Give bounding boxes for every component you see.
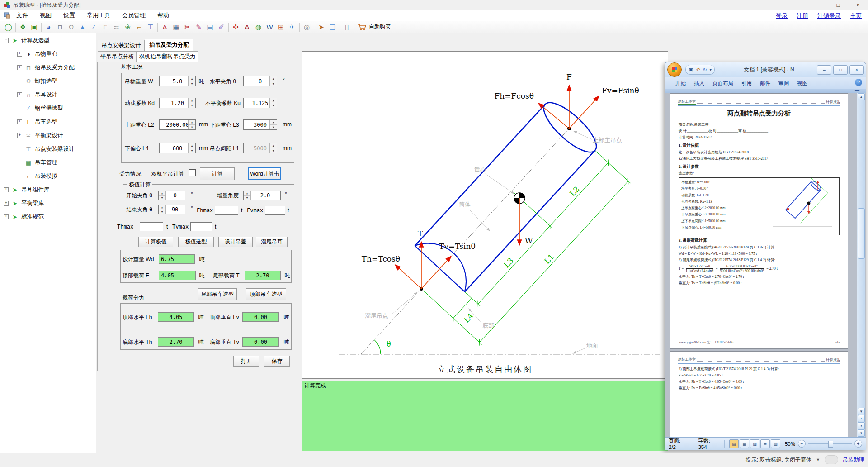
l4-spinner[interactable]: ▲▼ — [188, 143, 195, 153]
cg-calc-icon[interactable]: ◕ — [43, 22, 54, 33]
inc-angle-spinner[interactable]: ▲▼ — [244, 191, 251, 200]
shackle-icon[interactable]: Ω — [66, 22, 77, 33]
office-button[interactable] — [667, 62, 682, 77]
ellipse-tool-icon[interactable]: ◯ — [3, 22, 14, 33]
word-help-icon[interactable]: ? — [855, 79, 862, 86]
browse-object-icon[interactable]: ● — [858, 422, 865, 429]
scroll-down-icon[interactable]: ▼ — [858, 408, 865, 415]
calculate-button[interactable]: 计算 — [200, 167, 235, 180]
menu-help[interactable]: 帮助 — [151, 10, 175, 21]
top-crane-select-button[interactable]: 顶部吊车选型 — [246, 288, 286, 300]
expand-icon[interactable]: + — [4, 214, 9, 219]
start-angle-spinner[interactable]: ▲▼ — [159, 191, 166, 200]
ribbon-tab-pagelayout[interactable]: 页面布局 — [708, 78, 737, 89]
subtab-dual-crane-flip[interactable]: 双机抬吊翻转吊点受力 — [137, 51, 198, 62]
kd-field[interactable]: 1.20 ▲▼ — [159, 98, 196, 108]
expand-icon[interactable]: + — [4, 187, 9, 192]
sidebar-item-10[interactable]: ⌐吊装模拟 — [0, 169, 96, 183]
ribbon-tab-mailings[interactable]: 邮件 — [756, 78, 774, 89]
scrollbar-thumb[interactable] — [858, 208, 865, 259]
register-link[interactable]: 注册 — [797, 12, 808, 20]
open-button[interactable]: 打开 — [233, 356, 259, 367]
sidebar-item-1[interactable]: +◑吊物重心 — [0, 47, 96, 61]
warning-icon[interactable]: ◎ — [301, 22, 312, 33]
sim-crane-icon[interactable]: ⌐ — [133, 22, 145, 33]
expand-icon[interactable]: + — [17, 119, 22, 124]
doc-page-1[interactable]: 易起工作室 计算报告 两点翻转吊点受力分析 项目名称:吊装工程 设 计_____… — [670, 93, 848, 349]
ribbon-tab-review[interactable]: 审阅 — [774, 78, 793, 89]
notes-icon[interactable]: ▤ — [204, 22, 216, 33]
brush-icon[interactable]: ✎ — [193, 22, 204, 33]
word-word-count[interactable]: 字数: 354 — [698, 438, 720, 450]
sidebar-item-12[interactable]: +➤平衡梁库 — [0, 196, 96, 210]
login-link[interactable]: 登录 — [776, 12, 788, 20]
font-tool-icon[interactable]: A — [159, 22, 170, 33]
maximize-button[interactable]: □ — [828, 0, 848, 10]
view-print-layout-icon[interactable]: ▤ — [729, 439, 739, 448]
send-icon[interactable]: ✈ — [287, 22, 298, 33]
sidebar-item-8[interactable]: ⊤吊点安装梁设计 — [0, 142, 96, 156]
inc-angle-field[interactable]: 2.0 ▲▼ — [243, 191, 281, 200]
expand-icon[interactable]: + — [17, 92, 22, 97]
expand-icon[interactable]: + — [17, 52, 22, 57]
cut-icon[interactable]: ✂ — [182, 22, 193, 33]
home-link[interactable]: 主页 — [850, 12, 862, 20]
wire-rope-icon[interactable]: ⁄ — [88, 22, 99, 33]
menu-view[interactable]: 视图 — [34, 10, 57, 21]
open-project-icon[interactable]: ❖ — [17, 22, 28, 33]
word-minimize-button[interactable]: – — [817, 65, 831, 75]
lift-beam-icon[interactable]: ⊓ — [54, 22, 66, 33]
ku-spinner[interactable]: ▲▼ — [269, 98, 277, 108]
tail-lug-button[interactable]: 溜尾吊耳 — [256, 237, 288, 247]
crane-select-icon[interactable]: Γ — [99, 22, 111, 33]
thmax-field[interactable] — [140, 222, 163, 231]
pencil-icon[interactable]: ✐ — [216, 22, 227, 33]
zoom-slider-thumb[interactable] — [828, 441, 833, 448]
calc-extreme-button[interactable]: 计算极值 — [138, 237, 173, 247]
fvmax-field[interactable] — [265, 206, 285, 215]
l2-field[interactable]: 2000.00 ▲▼ — [159, 119, 196, 130]
sidebar-item-5[interactable]: ⁄钢丝绳选型 — [0, 101, 96, 115]
word-page-indicator[interactable]: 页面: 2/2 — [669, 438, 689, 450]
kd-spinner[interactable]: ▲▼ — [188, 98, 195, 108]
sidebar-item-13[interactable]: +➤标准规范 — [0, 210, 96, 224]
zoom-out-icon[interactable]: − — [798, 440, 806, 448]
zoom-slider-track[interactable] — [808, 443, 852, 444]
word-report-button[interactable]: Word计算书 — [248, 167, 281, 180]
tab-lift-force-distribution[interactable]: 抬吊及受力分配 — [145, 39, 193, 51]
menu-member[interactable]: 会员管理 — [116, 10, 151, 21]
close-button[interactable]: × — [848, 0, 868, 10]
ribbon-tab-insert[interactable]: 插入 — [690, 78, 708, 89]
sidebar-item-3[interactable]: Ω卸扣选型 — [0, 74, 96, 88]
menu-file[interactable]: 文件 — [10, 10, 34, 21]
expand-icon[interactable]: + — [17, 133, 22, 138]
self-purchase-button[interactable]: 自助购买 — [358, 23, 391, 31]
end-angle-field[interactable]: 90 ▲▼ — [158, 205, 185, 214]
tab-install-beam-design[interactable]: 吊点安装梁设计 — [98, 40, 145, 51]
dual-crane-checkbox[interactable] — [189, 169, 196, 176]
clipboard-icon[interactable]: ▯ — [341, 22, 353, 33]
sidebar-item-7[interactable]: +≍平衡梁设计 — [0, 129, 96, 142]
word-undo-icon[interactable]: ↶ — [696, 67, 700, 73]
save-project-icon[interactable]: ▣ — [28, 22, 40, 33]
l3-field[interactable]: 3000 ▲▼ — [243, 119, 277, 130]
calculator-icon[interactable]: ▦ — [170, 22, 182, 33]
ribbon-tab-references[interactable]: 引用 — [737, 78, 756, 89]
fhmax-field[interactable] — [215, 206, 238, 215]
status-dropdown-icon[interactable]: ▼ — [816, 457, 820, 462]
globe-icon[interactable]: ◍ — [253, 22, 264, 33]
sidebar-item-11[interactable]: +➤吊耳组件库 — [0, 183, 96, 196]
menu-tools[interactable]: 常用工具 — [81, 10, 116, 21]
prev-page-icon[interactable]: ▲ — [858, 415, 865, 422]
autocad-icon[interactable]: A — [241, 22, 253, 33]
view-draft-icon[interactable]: ▥ — [771, 439, 780, 448]
ribbon-tab-view[interactable]: 视图 — [793, 78, 811, 89]
word-icon[interactable]: W — [264, 22, 275, 33]
design-cover-button[interactable]: 设计吊盖 — [218, 237, 253, 247]
zoom-in-icon[interactable]: + — [854, 440, 862, 448]
word-zoom-level[interactable]: 50% — [785, 441, 795, 447]
brand-link[interactable]: 吊装助理 — [843, 456, 864, 464]
sidebar-item-2[interactable]: +⊓抬吊及受力分配 — [0, 61, 96, 74]
view-fullscreen-icon[interactable]: ▦ — [740, 439, 749, 448]
l3-spinner[interactable]: ▲▼ — [269, 120, 277, 129]
